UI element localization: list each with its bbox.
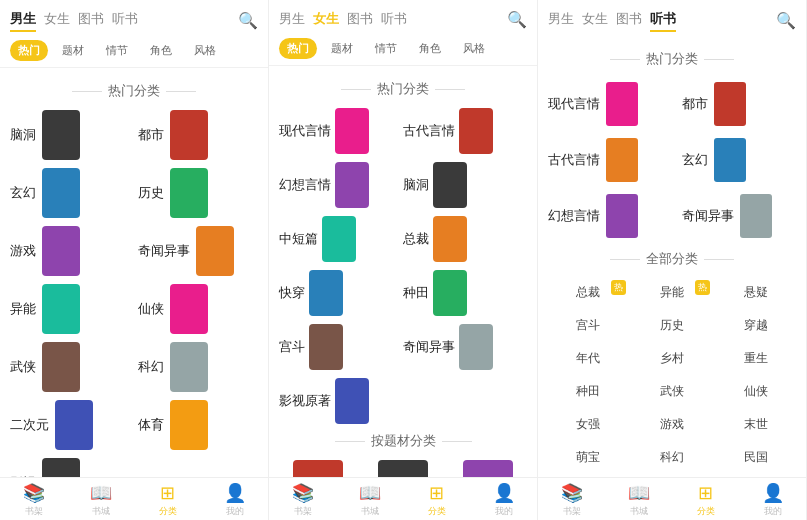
bottom-nav-me3[interactable]: 👤 我的 xyxy=(739,482,806,518)
bottom-nav-shelf1[interactable]: 📚 书架 xyxy=(0,482,67,518)
all-cat-gongdou2[interactable]: 宫斗 xyxy=(548,311,628,340)
search-icon2[interactable]: 🔍 xyxy=(507,10,527,29)
shelf-label2: 书架 xyxy=(294,505,312,518)
nav-female[interactable]: 女生 xyxy=(44,8,70,32)
cat-zhongduan-cover xyxy=(322,216,356,262)
sub-niandai[interactable]: 年代 热门 xyxy=(279,460,358,477)
all-cat-zongcai[interactable]: 总裁 热 xyxy=(548,278,628,307)
bottom-nav-me1[interactable]: 👤 我的 xyxy=(201,482,268,518)
nav-books[interactable]: 图书 xyxy=(78,8,104,32)
cat-xuanhuan3[interactable]: 玄幻 xyxy=(682,134,796,186)
bottom-nav-store1[interactable]: 📖 书城 xyxy=(67,482,134,518)
all-cat-mengbao[interactable]: 萌宝 xyxy=(548,443,628,472)
nav-audio[interactable]: 听书 xyxy=(112,8,138,32)
cat-yingshi[interactable]: 影视 xyxy=(10,458,130,477)
cat-erci[interactable]: 二次元 xyxy=(10,400,130,450)
filter-bar-panel2: 热门 题材 情节 角色 风格 xyxy=(269,34,537,66)
search-icon3[interactable]: 🔍 xyxy=(776,11,796,30)
bottom-nav-me2[interactable]: 👤 我的 xyxy=(470,482,537,518)
bottom-nav-store2[interactable]: 📖 书城 xyxy=(336,482,403,518)
cat-gudai3[interactable]: 古代言情 xyxy=(548,134,662,186)
cat-qiwen2[interactable]: 奇闻异事 xyxy=(403,324,527,370)
cat-wuxia[interactable]: 武侠 xyxy=(10,342,130,392)
all-cat-xianxia4[interactable]: 仙侠 xyxy=(716,377,796,406)
all-cat-minguo[interactable]: 民国 xyxy=(716,443,796,472)
cat-qiwen3[interactable]: 奇闻异事 xyxy=(682,190,796,242)
all-cat-xiangcun[interactable]: 乡村 xyxy=(632,344,712,373)
cat-label1: 分类 xyxy=(159,505,177,518)
cat-qiwen[interactable]: 奇闻异事 xyxy=(138,226,258,276)
cat-zhongduan[interactable]: 中短篇 xyxy=(279,216,403,262)
nav-female3[interactable]: 女生 xyxy=(582,8,608,32)
shelf-icon2: 📚 xyxy=(292,482,314,504)
cat-xiandai3[interactable]: 现代言情 xyxy=(548,78,662,130)
cat-dushi3[interactable]: 都市 xyxy=(682,78,796,130)
cat-yingshiyuanzhu[interactable]: 影视原著 xyxy=(279,378,527,424)
bottom-nav-cat3[interactable]: ⊞ 分类 xyxy=(672,482,739,518)
nav-female2[interactable]: 女生 xyxy=(313,8,339,30)
all-cat-moshi3[interactable]: 末世 xyxy=(716,410,796,439)
cat-lishi[interactable]: 历史 xyxy=(138,168,258,218)
cat-kehuan[interactable]: 科幻 xyxy=(138,342,258,392)
cat-zongcai-cover xyxy=(433,216,467,262)
filter-hot[interactable]: 热门 xyxy=(10,40,48,61)
all-cat-chongsheng[interactable]: 重生 xyxy=(716,344,796,373)
cat-tiyu[interactable]: 体育 xyxy=(138,400,258,450)
cat-huanxiang[interactable]: 幻想言情 xyxy=(279,162,403,208)
sub-moshi2[interactable]: 末世 热门 xyxy=(364,460,443,477)
filter-plot[interactable]: 情节 xyxy=(98,40,136,61)
filter-theme2[interactable]: 题材 xyxy=(323,38,361,59)
cat-xuanhuan[interactable]: 玄幻 xyxy=(10,168,130,218)
all-cat-lishi2[interactable]: 历史 xyxy=(632,311,712,340)
all-cat-chuanyue[interactable]: 穿越 xyxy=(716,311,796,340)
cat-row-gongdou: 宫斗 奇闻异事 xyxy=(279,324,527,370)
nav-male3[interactable]: 男生 xyxy=(548,8,574,32)
cat-kuachuan[interactable]: 快穿 xyxy=(279,270,403,316)
nav-books2[interactable]: 图书 xyxy=(347,8,373,30)
bottom-nav-cat2[interactable]: ⊞ 分类 xyxy=(403,482,470,518)
cat-youxi-cover xyxy=(42,226,80,276)
all-cat-nuqiang[interactable]: 女强 xyxy=(548,410,628,439)
nav-panel2: 男生 女生 图书 听书 xyxy=(279,8,499,30)
bottom-nav-shelf2[interactable]: 📚 书架 xyxy=(269,482,336,518)
cat-zongcai[interactable]: 总裁 xyxy=(403,216,527,262)
cat-zhongtian[interactable]: 种田 xyxy=(403,270,527,316)
all-cat-youxi2[interactable]: 游戏 xyxy=(632,410,712,439)
nav-audio2[interactable]: 听书 xyxy=(381,8,407,30)
cat-gudai-yanqing[interactable]: 古代言情 xyxy=(403,108,527,154)
cat-xiandai-yanqing[interactable]: 现代言情 xyxy=(279,108,403,154)
bottom-nav-cat1[interactable]: ⊞ 分类 xyxy=(134,482,201,518)
filter-hot2[interactable]: 热门 xyxy=(279,38,317,59)
cat-xianxia[interactable]: 仙侠 xyxy=(138,284,258,334)
nav-male2[interactable]: 男生 xyxy=(279,8,305,30)
nav-books3[interactable]: 图书 xyxy=(616,8,642,32)
all-cat-xuanyi[interactable]: 悬疑 xyxy=(716,278,796,307)
cat-naodong2[interactable]: 脑洞 xyxy=(403,162,527,208)
cat-huanxiang3[interactable]: 幻想言情 xyxy=(548,190,662,242)
nav-panel1: 男生 女生 图书 听书 xyxy=(10,8,230,32)
cat-youxi[interactable]: 游戏 xyxy=(10,226,130,276)
filter-role2[interactable]: 角色 xyxy=(411,38,449,59)
cat-yineng[interactable]: 异能 xyxy=(10,284,130,334)
cat-naodong[interactable]: 脑洞 xyxy=(10,110,130,160)
filter-style2[interactable]: 风格 xyxy=(455,38,493,59)
store-label1: 书城 xyxy=(92,505,110,518)
nav-audio3[interactable]: 听书 xyxy=(650,8,676,32)
filter-theme[interactable]: 题材 xyxy=(54,40,92,61)
bottom-nav-store3[interactable]: 📖 书城 xyxy=(605,482,672,518)
filter-role[interactable]: 角色 xyxy=(142,40,180,61)
all-cat-wuxia2[interactable]: 武侠 xyxy=(632,377,712,406)
cat-dushi[interactable]: 都市 xyxy=(138,110,258,160)
bottom-nav-shelf3[interactable]: 📚 书架 xyxy=(538,482,605,518)
all-cat-niandai[interactable]: 年代 xyxy=(548,344,628,373)
all-cat-yineng[interactable]: 异能 热 xyxy=(632,278,712,307)
sub-xianxia3[interactable]: 仙侠 xyxy=(448,460,527,477)
nav-male[interactable]: 男生 xyxy=(10,8,36,32)
filter-style[interactable]: 风格 xyxy=(186,40,224,61)
all-cat-kehuan2[interactable]: 科幻 xyxy=(632,443,712,472)
content-panel1: 热门分类 脑洞 都市 玄幻 历史 游戏 xyxy=(0,68,268,477)
cat-gongdou[interactable]: 宫斗 xyxy=(279,324,403,370)
filter-plot2[interactable]: 情节 xyxy=(367,38,405,59)
search-icon[interactable]: 🔍 xyxy=(238,11,258,30)
all-cat-zhongtian2[interactable]: 种田 xyxy=(548,377,628,406)
